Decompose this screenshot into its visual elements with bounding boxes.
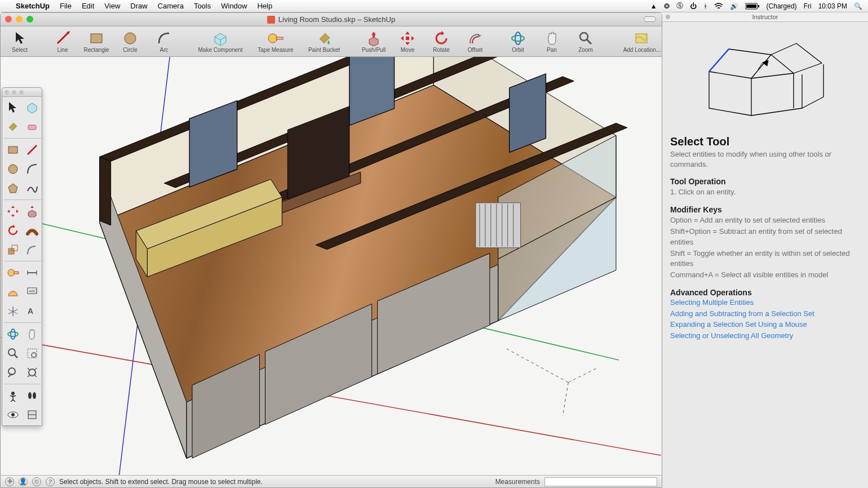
- menu-camera[interactable]: Camera: [158, 2, 184, 10]
- instructor-link[interactable]: Selecting Multiple Entities: [670, 297, 860, 308]
- battery-icon[interactable]: [745, 3, 760, 10]
- palette-offset-tool[interactable]: [23, 241, 41, 259]
- menu-view[interactable]: View: [104, 2, 120, 10]
- sync-icon[interactable]: ❂: [664, 2, 670, 10]
- add-location-tool[interactable]: Add Location...: [614, 27, 662, 56]
- gdrive-icon[interactable]: ▲: [650, 2, 657, 10]
- instructor-link[interactable]: Expanding a Selection Set Using a Mouse: [670, 319, 860, 330]
- circled-s-icon[interactable]: Ⓢ: [676, 1, 683, 11]
- palette-axes-tool[interactable]: [4, 302, 22, 320]
- palette-paint-bucket-tool[interactable]: [4, 118, 22, 136]
- window-zoom-button[interactable]: [26, 16, 33, 23]
- palette-scale-tool[interactable]: [4, 241, 22, 259]
- palette-orbit-tool[interactable]: [4, 325, 22, 343]
- status-claim-icon[interactable]: ©: [32, 477, 41, 486]
- palette-polygon-tool[interactable]: [4, 179, 22, 197]
- svg-rect-56: [14, 272, 19, 274]
- window-toolbar-toggle[interactable]: [644, 16, 656, 22]
- palette-pan-tool[interactable]: [23, 325, 41, 343]
- palette-dimension-tool[interactable]: [23, 264, 41, 282]
- svg-marker-52: [8, 184, 17, 193]
- orbit-tool[interactable]: Orbit: [503, 27, 533, 56]
- palette-arc-tool[interactable]: [23, 160, 41, 178]
- palette-select-tool[interactable]: [4, 99, 22, 117]
- palette-section-plane-tool[interactable]: [23, 406, 41, 424]
- palette-move-tool[interactable]: [4, 202, 22, 220]
- make-component-tool[interactable]: Make Component: [192, 27, 249, 56]
- zoom-tool[interactable]: Zoom: [571, 27, 600, 56]
- bluetooth-icon[interactable]: ᚼ: [703, 2, 707, 10]
- paint-bucket-tool[interactable]: Paint Bucket: [303, 27, 346, 56]
- menu-tools[interactable]: Tools: [194, 2, 211, 10]
- palette-follow-me-tool[interactable]: [23, 221, 41, 239]
- svg-line-47: [568, 369, 596, 383]
- large-toolset-palette[interactable]: ABC A: [2, 87, 42, 426]
- arc-tool[interactable]: Arc: [149, 27, 179, 56]
- svg-point-73: [11, 392, 15, 395]
- power-icon[interactable]: ⏻: [690, 2, 697, 10]
- palette-tape-measure-tool[interactable]: [4, 264, 22, 282]
- tape-measure-tool[interactable]: Tape Measure: [253, 27, 298, 56]
- svg-point-67: [11, 329, 15, 339]
- spotlight-icon[interactable]: 🔍: [854, 2, 862, 10]
- palette-zoom-window-tool[interactable]: [23, 344, 41, 362]
- menu-help[interactable]: Help: [257, 2, 272, 10]
- palette-zoom-tool[interactable]: [4, 344, 22, 362]
- move-tool[interactable]: Move: [393, 27, 422, 56]
- palette-circle-tool[interactable]: [4, 160, 22, 178]
- rectangle-tool[interactable]: Rectangle: [82, 27, 111, 56]
- instructor-advanced-heading: Advanced Operations: [670, 288, 860, 297]
- app-menu[interactable]: SketchUp: [16, 2, 50, 10]
- clock-time[interactable]: 10:03 PM: [818, 2, 847, 10]
- line-tool[interactable]: Line: [48, 27, 77, 56]
- battery-text: (Charged): [767, 2, 797, 10]
- palette-position-camera-tool[interactable]: [4, 387, 22, 405]
- status-bar: ✚ 👤 © ? Select objects. Shift to extend …: [1, 475, 662, 487]
- instructor-link[interactable]: Adding and Subtracting from a Selection …: [670, 308, 860, 320]
- svg-line-46: [507, 349, 569, 383]
- window-titlebar[interactable]: Living Room Studio.skp – SketchUp: [1, 13, 662, 26]
- palette-protractor-tool[interactable]: [4, 283, 22, 301]
- select-tool[interactable]: Select: [5, 27, 34, 56]
- window-minimize-button[interactable]: [16, 16, 23, 23]
- palette-rotate-tool[interactable]: [4, 221, 22, 239]
- instructor-link[interactable]: Selecting or Unselecting All Geometry: [670, 330, 860, 341]
- palette-text-tool[interactable]: ABC: [23, 283, 41, 301]
- palette-rectangle-tool[interactable]: [4, 141, 22, 159]
- menu-window[interactable]: Window: [221, 2, 247, 10]
- menu-draw[interactable]: Draw: [130, 2, 147, 10]
- svg-point-9: [515, 32, 521, 45]
- instructor-titlebar[interactable]: Instructor: [662, 12, 868, 22]
- palette-titlebar[interactable]: [2, 88, 42, 97]
- palette-previous-view-tool[interactable]: [4, 363, 22, 381]
- palette-make-component-tool[interactable]: [23, 99, 41, 117]
- palette-freehand-tool[interactable]: [23, 179, 41, 197]
- menu-edit[interactable]: Edit: [82, 2, 94, 10]
- offset-tool[interactable]: Offset: [460, 27, 490, 56]
- palette-eraser-tool[interactable]: [23, 118, 41, 136]
- model-viewport[interactable]: [1, 57, 662, 475]
- wifi-icon[interactable]: [714, 3, 723, 10]
- palette-3d-text-tool[interactable]: A: [23, 302, 41, 320]
- volume-icon[interactable]: 🔊: [730, 2, 738, 10]
- palette-push-pull-tool[interactable]: [23, 202, 41, 220]
- palette-walk-tool[interactable]: [23, 387, 41, 405]
- clock-day[interactable]: Fri: [804, 2, 812, 10]
- palette-zoom-extents-tool[interactable]: [23, 363, 41, 381]
- svg-point-77: [11, 413, 15, 416]
- palette-look-around-tool[interactable]: [4, 406, 22, 424]
- rotate-tool[interactable]: Rotate: [427, 27, 456, 56]
- svg-rect-1: [746, 5, 756, 8]
- status-credits-icon[interactable]: 👤: [19, 477, 28, 486]
- menu-file[interactable]: File: [60, 2, 72, 10]
- instructor-description: Select entities to modify when using oth…: [670, 149, 860, 169]
- pan-tool[interactable]: Pan: [537, 27, 566, 56]
- push-pull-tool[interactable]: Push/Pull: [359, 27, 388, 56]
- window-close-button[interactable]: [5, 16, 12, 23]
- measurements-input[interactable]: [544, 477, 657, 486]
- svg-point-72: [29, 369, 36, 376]
- circle-tool[interactable]: Circle: [116, 27, 145, 56]
- palette-line-tool[interactable]: [23, 141, 41, 159]
- status-geolocation-icon[interactable]: ✚: [5, 477, 14, 486]
- status-help-icon[interactable]: ?: [46, 477, 55, 486]
